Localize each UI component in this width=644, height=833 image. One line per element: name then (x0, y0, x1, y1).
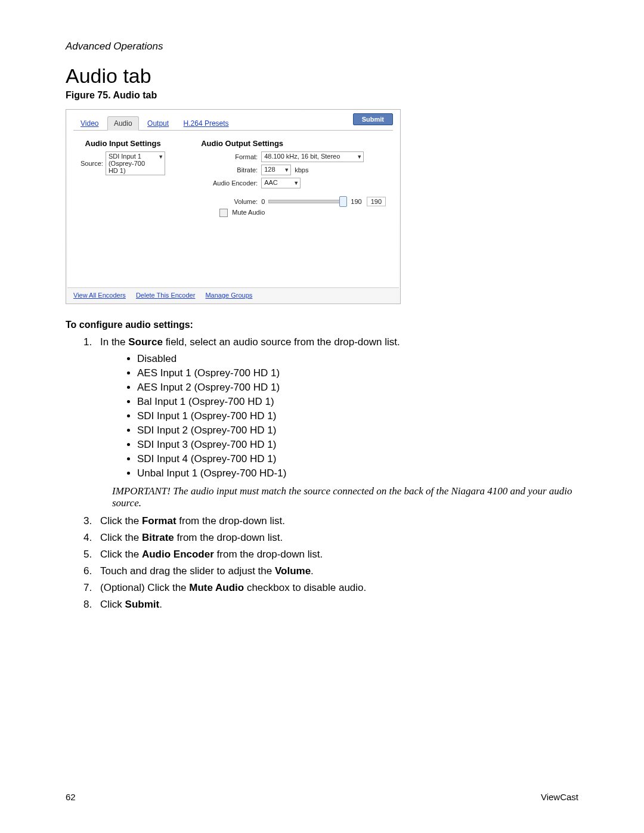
list-item: AES Input 2 (Osprey-700 HD 1) (137, 382, 578, 394)
step-3: Click the Format from the drop-down list… (100, 515, 285, 527)
instructions-heading: To configure audio settings: (66, 320, 578, 330)
tab-h264-presets[interactable]: H.264 Presets (178, 117, 235, 130)
bitrate-unit: kbps (295, 166, 308, 174)
mute-audio-label: Mute Audio (232, 209, 265, 216)
volume-max-tick: 190 (351, 198, 361, 205)
input-settings-title: Audio Input Settings (80, 139, 165, 148)
list-item: SDI Input 2 (Osprey-700 HD 1) (137, 425, 578, 436)
format-select[interactable]: 48.100 kHz, 16 bit, Stereo ▼ (261, 151, 364, 162)
list-item: Disabled (137, 353, 578, 365)
format-label: Format: (201, 153, 261, 160)
encoder-value: AAC (264, 179, 278, 186)
step-number: 7. (83, 582, 100, 594)
format-value: 48.100 kHz, 16 bit, Stereo (264, 153, 340, 160)
step-number: 4. (83, 532, 100, 544)
list-item: Unbal Input 1 (Osprey-700 HD-1) (137, 467, 578, 479)
step-number: 3. (83, 515, 100, 527)
screenshot-footer-links: View All Encoders Delete This Encoder Ma… (67, 287, 399, 302)
step-4: Click the Bitrate from the drop-down lis… (100, 532, 283, 544)
chevron-down-icon: ▼ (284, 167, 289, 173)
step-8: Click Submit. (100, 599, 162, 611)
source-value: SDI Input 1 (Osprey-700 HD 1) (109, 153, 145, 174)
step-number: 1. (83, 336, 100, 348)
step-7: (Optional) Click the Mute Audio checkbox… (100, 582, 366, 594)
encoder-label: Audio Encoder: (201, 179, 261, 187)
step-number: 5. (83, 549, 100, 561)
bitrate-label: Bitrate: (201, 166, 261, 174)
page-title: Audio tab (66, 64, 578, 88)
chevron-down-icon: ▼ (293, 180, 299, 186)
list-item: SDI Input 4 (Osprey-700 HD 1) (137, 453, 578, 465)
view-all-encoders-link[interactable]: View All Encoders (73, 292, 126, 299)
volume-label: Volume: (201, 198, 261, 205)
important-note: IMPORTANT! The audio input must match th… (112, 485, 577, 509)
tab-audio[interactable]: Audio (107, 116, 139, 131)
step-number: 6. (83, 565, 100, 577)
list-item: SDI Input 3 (Osprey-700 HD 1) (137, 439, 578, 451)
source-options-list: Disabled AES Input 1 (Osprey-700 HD 1) A… (137, 353, 578, 479)
delete-encoder-link[interactable]: Delete This Encoder (136, 292, 195, 299)
list-item: SDI Input 1 (Osprey-700 HD 1) (137, 410, 578, 422)
footer-brand: ViewCast (541, 792, 578, 802)
output-settings-title: Audio Output Settings (201, 139, 386, 148)
volume-value-box[interactable]: 190 (367, 197, 386, 206)
list-item: Bal Input 1 (Osprey-700 HD 1) (137, 396, 578, 408)
slider-thumb-icon[interactable] (339, 196, 347, 207)
step-number: 8. (83, 599, 100, 611)
figure-caption: Figure 75. Audio tab (66, 90, 578, 101)
chevron-down-icon: ▼ (357, 154, 362, 160)
tab-video[interactable]: Video (75, 117, 104, 130)
bitrate-select[interactable]: 128 ▼ (261, 165, 291, 175)
running-header: Advanced Operations (66, 41, 578, 52)
encoder-select[interactable]: AAC ▼ (261, 178, 301, 188)
volume-slider[interactable] (268, 200, 347, 203)
figure-screenshot: Submit Video Audio Output H.264 Presets … (66, 109, 401, 304)
bitrate-value: 128 (264, 166, 275, 173)
step-5: Click the Audio Encoder from the drop-do… (100, 549, 323, 561)
chevron-down-icon: ▼ (158, 154, 163, 160)
source-label: Source: (80, 160, 103, 167)
source-select[interactable]: SDI Input 1 (Osprey-700 HD 1) ▼ (106, 151, 165, 175)
step-1: In the Source field, select an audio sou… (100, 336, 400, 348)
mute-audio-checkbox[interactable] (219, 209, 228, 217)
volume-min: 0 (261, 198, 265, 205)
list-item: AES Input 1 (Osprey-700 HD 1) (137, 367, 578, 379)
page-number: 62 (66, 792, 76, 802)
tab-output[interactable]: Output (141, 117, 175, 130)
step-6: Touch and drag the slider to adjust the … (100, 565, 314, 577)
tab-bar: Video Audio Output H.264 Presets (73, 114, 393, 131)
manage-groups-link[interactable]: Manage Groups (205, 292, 252, 299)
submit-button[interactable]: Submit (353, 113, 393, 125)
